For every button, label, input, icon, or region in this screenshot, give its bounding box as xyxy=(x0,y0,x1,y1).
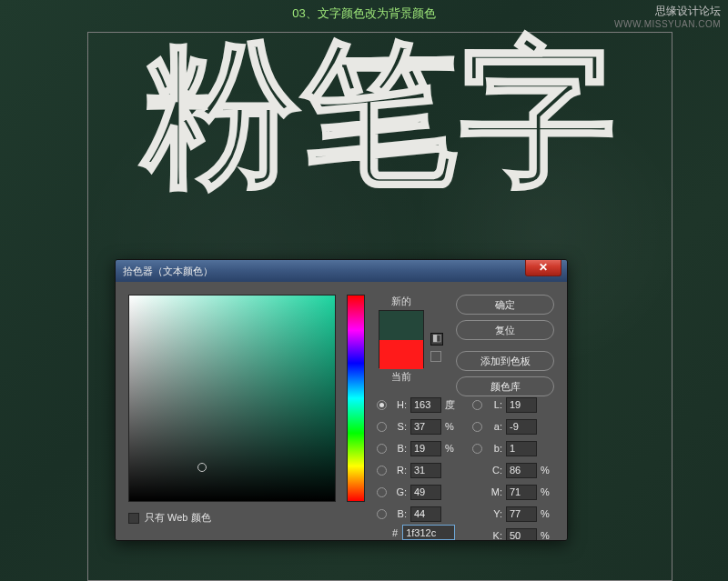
add-swatch-button[interactable]: 添加到色板 xyxy=(456,351,554,371)
label-current: 当前 xyxy=(379,370,424,384)
input-r[interactable] xyxy=(410,463,441,478)
websafe-warning-icon[interactable] xyxy=(430,351,441,362)
radio-bb[interactable] xyxy=(377,509,387,519)
dialog-titlebar[interactable]: 拾色器（文本颜色） ✕ xyxy=(116,260,567,282)
sv-marker[interactable] xyxy=(197,463,207,472)
dialog-body: 新的 当前 确定 复位 添加到色板 颜色库 H:度 S:% B:% R: G: … xyxy=(116,282,567,540)
radio-l[interactable] xyxy=(472,400,482,410)
lab-cmyk-fields: L: a: b: C:% M:% Y:% K:% xyxy=(472,395,553,541)
radio-b2[interactable] xyxy=(472,444,482,454)
web-only-checkbox[interactable] xyxy=(128,513,139,524)
new-current-swatch: 新的 当前 xyxy=(379,295,424,386)
dialog-title: 拾色器（文本颜色） xyxy=(123,265,213,278)
watermark-line1: 思缘设计论坛 xyxy=(614,4,721,19)
radio-r[interactable] xyxy=(377,466,387,476)
input-bv[interactable] xyxy=(410,441,441,456)
input-b2[interactable] xyxy=(506,441,537,456)
input-y[interactable] xyxy=(506,506,537,522)
input-a[interactable] xyxy=(506,419,537,435)
ok-button[interactable]: 确定 xyxy=(456,295,554,315)
input-bb[interactable] xyxy=(410,506,441,522)
swatch-current[interactable] xyxy=(379,340,423,369)
radio-a[interactable] xyxy=(472,422,482,432)
input-g[interactable] xyxy=(410,485,441,500)
hex-row: # xyxy=(392,525,455,540)
reset-button[interactable]: 复位 xyxy=(456,320,554,340)
web-only-label: 只有 Web 颜色 xyxy=(145,511,211,525)
hsb-rgb-fields: H:度 S:% B:% R: G: B: xyxy=(377,395,458,526)
color-picker-dialog: 拾色器（文本颜色） ✕ 新的 当前 确定 复位 添加到色板 颜色库 H:度 S:… xyxy=(115,259,568,541)
radio-g[interactable] xyxy=(377,487,387,497)
close-button[interactable]: ✕ xyxy=(525,259,561,276)
web-only-row: 只有 Web 颜色 xyxy=(128,511,211,525)
input-c[interactable] xyxy=(506,463,537,478)
input-hex[interactable] xyxy=(402,525,455,540)
input-k[interactable] xyxy=(506,528,537,542)
chalk-text: 粉笔字 xyxy=(143,35,618,191)
color-lib-button[interactable]: 颜色库 xyxy=(456,376,554,396)
swatch-new[interactable] xyxy=(379,311,423,340)
hue-slider[interactable] xyxy=(347,295,365,502)
saturation-value-field[interactable] xyxy=(128,295,336,502)
radio-h[interactable] xyxy=(377,400,387,410)
close-icon: ✕ xyxy=(539,261,548,274)
watermark-line2: WWW.MISSYUAN.COM xyxy=(614,19,721,29)
hex-label: # xyxy=(392,527,398,538)
label-new: 新的 xyxy=(379,295,424,308)
gamut-warning-icon[interactable] xyxy=(430,333,443,346)
input-m[interactable] xyxy=(506,485,537,500)
input-l[interactable] xyxy=(506,397,537,413)
page-instruction: 03、文字颜色改为背景颜色 xyxy=(292,5,435,22)
watermark: 思缘设计论坛 WWW.MISSYUAN.COM xyxy=(614,4,721,29)
input-s[interactable] xyxy=(410,419,441,435)
input-h[interactable] xyxy=(410,397,441,413)
radio-bv[interactable] xyxy=(377,444,387,454)
radio-s[interactable] xyxy=(377,422,387,432)
